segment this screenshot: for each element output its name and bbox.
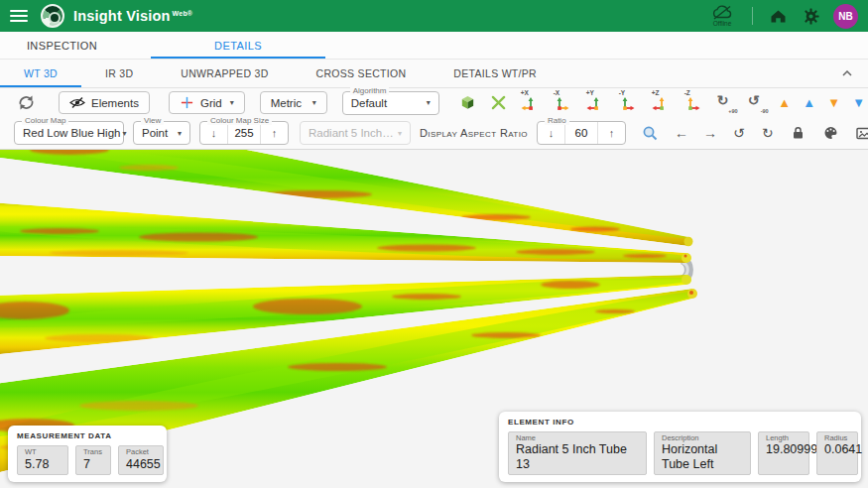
app-title: Insight VisionWeb®: [73, 8, 192, 24]
viewport-3d[interactable]: MEASUREMENT DATA WT 5.78 Trans 7 Packet …: [0, 150, 868, 488]
ratio-input[interactable]: [564, 122, 598, 144]
element-select-dropdown[interactable]: Radiant 5 Inch Tube 13 ▾: [300, 121, 411, 145]
increase-icon[interactable]: ↑: [261, 122, 288, 144]
increase-icon[interactable]: ↑: [598, 122, 625, 144]
view-axis-minus-z-button[interactable]: -Z: [682, 91, 707, 115]
metric-dropdown[interactable]: Metric ▾: [260, 91, 327, 114]
move-down-orange-icon[interactable]: ▼: [825, 96, 843, 109]
grid-label: Grid: [200, 97, 222, 109]
caret-down-icon: ▾: [312, 98, 316, 107]
description-field: Description Horizontal Tube Left: [654, 431, 751, 475]
radius-field: Radius 0.0641: [816, 431, 858, 475]
algorithm-dropdown[interactable]: Algorithm Default ▾: [342, 91, 439, 115]
tab-inspection[interactable]: INSPECTION: [0, 32, 124, 59]
view-axis-plus-z-button[interactable]: +Z: [649, 91, 675, 115]
user-avatar[interactable]: NB: [833, 4, 858, 29]
collapse-panel-icon[interactable]: [836, 60, 858, 87]
refresh-icon[interactable]: [14, 91, 38, 115]
element-card-title: ELEMENT INFO: [508, 418, 852, 427]
decrease-icon[interactable]: ↓: [538, 122, 564, 144]
element-info-card: ELEMENT INFO Name Radiant 5 Inch Tube 13…: [499, 412, 861, 482]
offline-label: Offline: [713, 21, 732, 28]
undo-rotate-icon[interactable]: ↺: [729, 125, 749, 141]
tab-cross-section[interactable]: CROSS SECTION: [293, 60, 431, 87]
tube-2-end-cap: [682, 253, 691, 263]
app-logo-icon: [41, 4, 64, 28]
zoom-icon[interactable]: [639, 121, 663, 145]
tab-ir-3d[interactable]: IR 3D: [81, 60, 157, 87]
caret-down-icon: ▾: [427, 98, 431, 107]
view-axis-plus-x-button[interactable]: +X: [518, 91, 544, 115]
tube-3-end-cap: [682, 275, 691, 285]
isometric-view-icon[interactable]: [456, 91, 480, 115]
pan-right-icon[interactable]: →: [700, 125, 720, 141]
caret-down-icon: ▾: [178, 129, 182, 138]
grid-cross-icon: [180, 95, 194, 110]
header-divider: [752, 7, 753, 25]
move-down-blue-icon[interactable]: ▼: [850, 96, 868, 109]
eye-off-icon: [69, 96, 85, 109]
colour-map-size-label: Colour Map Size: [207, 117, 272, 125]
settings-gear-icon[interactable]: [799, 4, 822, 28]
measurement-data-card: MEASUREMENT DATA WT 5.78 Trans 7 Packet …: [8, 426, 167, 482]
toolbar-row-2: Colour Map Red Low Blue High ▾ View Poin…: [0, 117, 868, 150]
view-axis-plus-y-button[interactable]: +Y: [583, 91, 609, 115]
move-up-blue-icon[interactable]: ▲: [801, 96, 818, 109]
tab-details[interactable]: DETAILS: [151, 32, 325, 59]
tab-wt-3d[interactable]: WT 3D: [0, 60, 81, 87]
elements-toggle-button[interactable]: Elements: [59, 91, 150, 114]
trans-field: Trans 7: [75, 445, 111, 475]
fit-view-icon[interactable]: [487, 91, 511, 115]
decrease-icon[interactable]: ↓: [200, 122, 227, 144]
tube-1-end-cap: [684, 237, 693, 247]
view-axis-minus-y-button[interactable]: -Y: [616, 91, 642, 115]
elements-label: Elements: [91, 97, 139, 109]
caret-down-icon: ▾: [398, 129, 402, 138]
palette-icon[interactable]: [819, 121, 843, 145]
length-field: Length 19.809999: [758, 431, 809, 475]
colour-map-size-stepper: Colour Map Size ↓ ↑: [199, 121, 289, 145]
view-label: View: [141, 117, 164, 125]
algorithm-label: Algorithm: [350, 87, 390, 95]
display-aspect-ratio-toggle[interactable]: Display Aspect Ratio: [420, 127, 528, 139]
tube-2[interactable]: [0, 202, 694, 266]
colour-map-size-input[interactable]: [227, 122, 261, 144]
lock-icon[interactable]: [787, 121, 810, 145]
rotate-plus-90-icon[interactable]: ↻ +90: [714, 91, 738, 115]
tab-details-wt-pr[interactable]: DETAILS WT/PR: [430, 60, 560, 87]
colour-map-dropdown[interactable]: Colour Map Red Low Blue High ▾: [14, 121, 124, 145]
cloud-offline-icon[interactable]: Offline: [711, 5, 733, 28]
app-window: Insight VisionWeb® Offline: [0, 0, 868, 488]
view-tab-bar: WT 3D IR 3D UNWRAPPED 3D CROSS SECTION D…: [0, 60, 868, 88]
algorithm-value: Default: [351, 97, 387, 109]
view-axis-minus-x-button[interactable]: -X: [551, 91, 576, 115]
menu-icon[interactable]: [10, 10, 28, 22]
caret-down-icon: ▾: [122, 129, 126, 138]
main-tab-bar: INSPECTION DETAILS: [0, 32, 868, 60]
screenshot-icon[interactable]: [852, 121, 868, 145]
metric-label: Metric: [271, 97, 302, 109]
move-up-orange-icon[interactable]: ▲: [776, 96, 794, 109]
tab-unwrapped-3d[interactable]: UNWRAPPED 3D: [157, 60, 292, 87]
pan-left-icon[interactable]: ←: [672, 125, 691, 141]
name-field: Name Radiant 5 Inch Tube 13: [508, 431, 647, 475]
view-dropdown[interactable]: View Point ▾: [133, 121, 190, 145]
caret-down-icon: ▾: [230, 98, 234, 107]
element-select-value: Radiant 5 Inch Tube 13: [309, 127, 396, 139]
toolbar-row-1: Elements Grid ▾ Metric ▾ Algorithm Defau…: [0, 88, 868, 117]
home-icon[interactable]: [766, 4, 790, 28]
view-value: Point: [142, 127, 168, 139]
measurement-card-title: MEASUREMENT DATA: [17, 431, 158, 440]
app-header: Insight VisionWeb® Offline: [0, 0, 868, 32]
colour-map-label: Colour Map: [22, 117, 68, 125]
grid-dropdown[interactable]: Grid ▾: [169, 91, 245, 114]
colour-map-value: Red Low Blue High: [23, 127, 120, 139]
ratio-label: Ratio: [545, 117, 569, 125]
ratio-stepper: Ratio ↓ ↑: [537, 121, 626, 145]
packet-field: Packet 44655: [118, 445, 164, 475]
rotate-minus-90-icon[interactable]: ↺ -90: [745, 91, 769, 115]
redo-rotate-icon[interactable]: ↻: [758, 125, 778, 141]
wt-field: WT 5.78: [17, 445, 68, 475]
